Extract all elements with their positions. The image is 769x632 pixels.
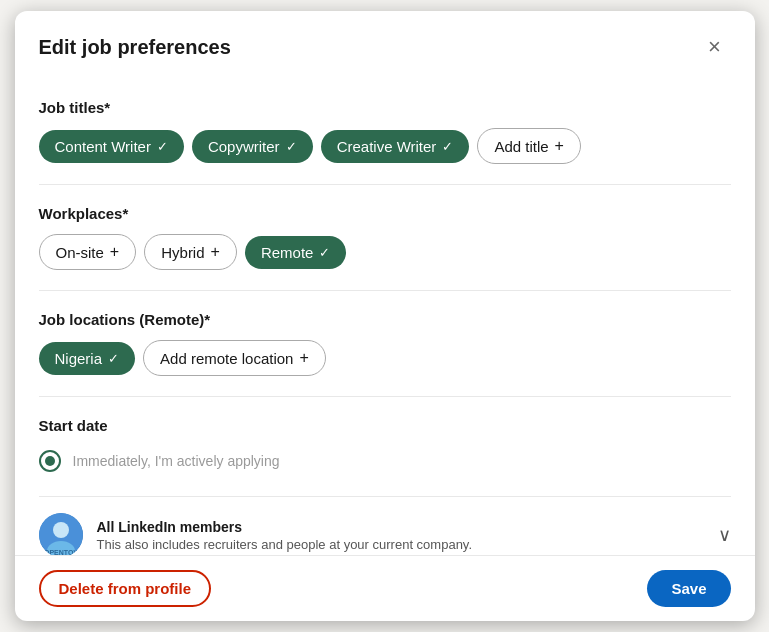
check-icon-remote: ✓	[319, 245, 330, 260]
start-date-section: Start date Immediately, I'm actively app…	[39, 397, 731, 497]
tag-remote[interactable]: Remote ✓	[245, 236, 347, 269]
plus-icon-hybrid: +	[211, 243, 220, 261]
tag-nigeria-label: Nigeria	[55, 350, 103, 367]
modal-body: Job titles* Content Writer ✓ Copywriter …	[15, 79, 755, 555]
start-date-option[interactable]: Immediately, I'm actively applying	[39, 446, 731, 476]
tag-remote-label: Remote	[261, 244, 314, 261]
visibility-subtitle: This also includes recruiters and people…	[97, 537, 704, 552]
visibility-text: All LinkedIn members This also includes …	[97, 519, 704, 552]
job-titles-label: Job titles*	[39, 99, 731, 116]
job-titles-tags: Content Writer ✓ Copywriter ✓ Creative W…	[39, 128, 731, 164]
add-title-button[interactable]: Add title +	[477, 128, 581, 164]
avatar: OPENTOWORK	[39, 513, 83, 555]
modal-overlay: Edit job preferences × Job titles* Conte…	[0, 0, 769, 632]
plus-icon-location: +	[299, 349, 308, 367]
modal-header: Edit job preferences ×	[15, 11, 755, 79]
edit-job-preferences-modal: Edit job preferences × Job titles* Conte…	[15, 11, 755, 621]
tag-on-site-label: On-site	[56, 244, 104, 261]
modal-footer: Delete from profile Save	[15, 555, 755, 621]
tag-on-site[interactable]: On-site +	[39, 234, 137, 270]
chevron-down-icon: ∨	[718, 525, 731, 545]
add-title-label: Add title	[494, 138, 548, 155]
modal-title: Edit job preferences	[39, 36, 231, 59]
tag-creative-writer[interactable]: Creative Writer ✓	[321, 130, 470, 163]
tag-content-writer-label: Content Writer	[55, 138, 151, 155]
job-locations-section: Job locations (Remote)* Nigeria ✓ Add re…	[39, 291, 731, 397]
radio-inner-dot	[45, 456, 55, 466]
tag-copywriter-label: Copywriter	[208, 138, 280, 155]
avatar-svg: OPENTOWORK	[39, 513, 83, 555]
check-icon-nigeria: ✓	[108, 351, 119, 366]
start-date-label: Start date	[39, 417, 731, 434]
workplaces-tags: On-site + Hybrid + Remote ✓	[39, 234, 731, 270]
tag-copywriter[interactable]: Copywriter ✓	[192, 130, 313, 163]
check-icon-content-writer: ✓	[157, 139, 168, 154]
check-icon-copywriter: ✓	[286, 139, 297, 154]
workplaces-label: Workplaces*	[39, 205, 731, 222]
job-locations-tags: Nigeria ✓ Add remote location +	[39, 340, 731, 376]
job-locations-label: Job locations (Remote)*	[39, 311, 731, 328]
save-button[interactable]: Save	[647, 570, 730, 607]
add-remote-location-label: Add remote location	[160, 350, 293, 367]
tag-hybrid[interactable]: Hybrid +	[144, 234, 237, 270]
tag-hybrid-label: Hybrid	[161, 244, 204, 261]
visibility-title: All LinkedIn members	[97, 519, 704, 535]
tag-content-writer[interactable]: Content Writer ✓	[39, 130, 184, 163]
close-button[interactable]: ×	[699, 31, 731, 63]
tag-creative-writer-label: Creative Writer	[337, 138, 437, 155]
visibility-chevron-button[interactable]: ∨	[718, 524, 731, 546]
plus-icon-onsite: +	[110, 243, 119, 261]
delete-from-profile-button[interactable]: Delete from profile	[39, 570, 212, 607]
tag-nigeria[interactable]: Nigeria ✓	[39, 342, 136, 375]
check-icon-creative-writer: ✓	[442, 139, 453, 154]
workplaces-section: Workplaces* On-site + Hybrid + Remote ✓	[39, 185, 731, 291]
radio-immediately[interactable]	[39, 450, 61, 472]
start-date-option-label: Immediately, I'm actively applying	[73, 453, 280, 469]
add-remote-location-button[interactable]: Add remote location +	[143, 340, 326, 376]
visibility-section: OPENTOWORK All LinkedIn members This als…	[39, 497, 731, 555]
avatar-image: OPENTOWORK	[39, 513, 83, 555]
job-titles-section: Job titles* Content Writer ✓ Copywriter …	[39, 79, 731, 185]
plus-icon-title: +	[555, 137, 564, 155]
svg-point-1	[53, 522, 69, 538]
